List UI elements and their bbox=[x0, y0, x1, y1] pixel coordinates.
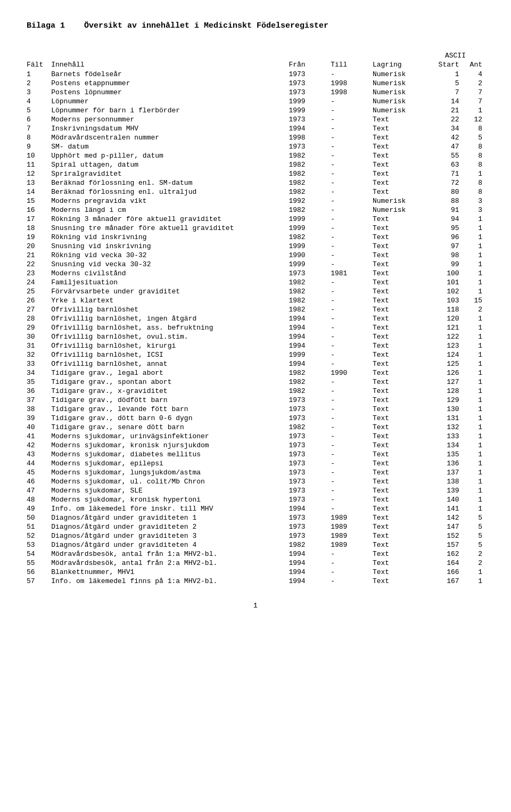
table-row: 29Ofrivillig barnlöshet, ass. befruktnin… bbox=[27, 323, 484, 332]
cell-till: - bbox=[331, 142, 373, 151]
cell-lagring: Text bbox=[373, 278, 428, 287]
cell-innehall: Rökning 3 månader före aktuell gravidite… bbox=[51, 215, 289, 224]
cell-ant: 1 bbox=[464, 486, 484, 495]
cell-ant: 2 bbox=[464, 79, 484, 88]
cell-start: 132 bbox=[428, 423, 464, 432]
table-row: 36Tidigare grav., x-graviditet1982-Text1… bbox=[27, 387, 484, 396]
cell-start: 101 bbox=[428, 278, 464, 287]
cell-innehall: Tidigare grav., dött barn 0-6 dygn bbox=[51, 414, 289, 423]
table-row: 5Löpnummer för barn i flerbörder1999-Num… bbox=[27, 106, 484, 115]
cell-fran: 1973 bbox=[289, 522, 331, 531]
table-row: 12Spriralgraviditet1982-Text711 bbox=[27, 169, 484, 178]
cell-falt: 26 bbox=[27, 296, 51, 305]
cell-falt: 55 bbox=[27, 559, 51, 568]
cell-till: - bbox=[331, 432, 373, 441]
cell-fran: 1982 bbox=[289, 187, 331, 196]
cell-lagring: Numerisk bbox=[373, 196, 428, 206]
cell-fran: 1973 bbox=[289, 441, 331, 450]
table-row: 26Yrke i klartext1982-Text10315 bbox=[27, 296, 484, 305]
cell-innehall: Moderns längd i cm bbox=[51, 206, 289, 215]
cell-fran: 1982 bbox=[289, 151, 331, 160]
cell-lagring: Text bbox=[373, 504, 428, 513]
cell-fran: 1994 bbox=[289, 504, 331, 513]
table-row: 25Förvärvsarbete under graviditet1982-Te… bbox=[27, 287, 484, 296]
table-row: 37Tidigare grav., dödfött barn1973-Text1… bbox=[27, 396, 484, 405]
table-row: 1Barnets födelseår1973-Numerisk14 bbox=[27, 70, 484, 79]
cell-lagring: Text bbox=[373, 522, 428, 531]
cell-innehall: Snusning vid vecka 30-32 bbox=[51, 260, 289, 269]
cell-till: - bbox=[331, 70, 373, 79]
cell-innehall: Moderns civilstånd bbox=[51, 269, 289, 278]
cell-till: - bbox=[331, 115, 373, 124]
table-row: 27Ofrivillig barnlöshet1982-Text1182 bbox=[27, 305, 484, 314]
cell-ant: 1 bbox=[464, 468, 484, 477]
cell-till: - bbox=[331, 187, 373, 196]
cell-fran: 1982 bbox=[289, 540, 331, 549]
cell-innehall: Moderns sjukdomar, diabetes mellitus bbox=[51, 450, 289, 459]
cell-falt: 44 bbox=[27, 459, 51, 468]
cell-falt: 21 bbox=[27, 251, 51, 260]
table-row: 54Mödravårdsbesök, antal från 1:a MHV2-b… bbox=[27, 549, 484, 559]
title-text: Översikt av innehållet i Medicinskt Föde… bbox=[84, 21, 328, 30]
cell-lagring: Text bbox=[373, 242, 428, 251]
th-ant: Ant bbox=[464, 61, 484, 70]
main-table: ASCII Fält Innehåll Från Till Lagring St… bbox=[27, 52, 484, 586]
cell-start: 22 bbox=[428, 115, 464, 124]
cell-falt: 57 bbox=[27, 577, 51, 586]
cell-innehall: Ofrivillig barnlöshet, ass. befruktning bbox=[51, 323, 289, 332]
table-row: 30Ofrivillig barnlöshet, ovul.stim.1994-… bbox=[27, 332, 484, 341]
cell-ant: 8 bbox=[464, 142, 484, 151]
cell-lagring: Text bbox=[373, 269, 428, 278]
cell-start: 126 bbox=[428, 368, 464, 378]
cell-till: 1989 bbox=[331, 522, 373, 531]
cell-fran: 1973 bbox=[289, 468, 331, 477]
cell-till: - bbox=[331, 332, 373, 341]
cell-lagring: Text bbox=[373, 224, 428, 233]
cell-innehall: Ofrivillig barnlöshet, annat bbox=[51, 359, 289, 368]
cell-falt: 12 bbox=[27, 169, 51, 178]
cell-ant: 1 bbox=[464, 242, 484, 251]
cell-fran: 1994 bbox=[289, 549, 331, 559]
cell-ant: 5 bbox=[464, 531, 484, 540]
cell-till: 1998 bbox=[331, 88, 373, 97]
cell-lagring: Text bbox=[373, 260, 428, 269]
cell-ant: 1 bbox=[464, 387, 484, 396]
cell-innehall: Tidigare grav., senare dött barn bbox=[51, 423, 289, 432]
cell-falt: 16 bbox=[27, 206, 51, 215]
table-row: 14Beräknad förlossning enl. ultraljud198… bbox=[27, 187, 484, 196]
cell-start: 96 bbox=[428, 233, 464, 242]
cell-fran: 1982 bbox=[289, 160, 331, 169]
table-row: 43Moderns sjukdomar, diabetes mellitus19… bbox=[27, 450, 484, 459]
table-row: 49Info. om läkemedel före inskr. till MH… bbox=[27, 504, 484, 513]
cell-till: - bbox=[331, 124, 373, 133]
cell-till: - bbox=[331, 441, 373, 450]
cell-innehall: Rökning vid inskrivning bbox=[51, 233, 289, 242]
cell-till: - bbox=[331, 341, 373, 350]
cell-fran: 1982 bbox=[289, 169, 331, 178]
cell-innehall: Diagnos/åtgärd under graviditeten 1 bbox=[51, 513, 289, 522]
cell-falt: 38 bbox=[27, 405, 51, 414]
cell-till: - bbox=[331, 314, 373, 323]
cell-ant: 1 bbox=[464, 577, 484, 586]
cell-lagring: Text bbox=[373, 495, 428, 504]
cell-fran: 1982 bbox=[289, 206, 331, 215]
cell-fran: 1973 bbox=[289, 495, 331, 504]
cell-start: 140 bbox=[428, 495, 464, 504]
table-row: 28Ofrivillig barnlöshet, ingen åtgärd199… bbox=[27, 314, 484, 323]
cell-till: - bbox=[331, 495, 373, 504]
table-row: 39Tidigare grav., dött barn 0-6 dygn1973… bbox=[27, 414, 484, 423]
cell-till: - bbox=[331, 260, 373, 269]
cell-innehall: Beräknad förlossning enl. SM-datum bbox=[51, 178, 289, 187]
cell-ant: 15 bbox=[464, 296, 484, 305]
cell-ant: 1 bbox=[464, 359, 484, 368]
cell-innehall: Info. om läkemedel finns på 1:a MHV2-bl. bbox=[51, 577, 289, 586]
cell-lagring: Text bbox=[373, 423, 428, 432]
cell-fran: 1982 bbox=[289, 368, 331, 378]
cell-lagring: Text bbox=[373, 405, 428, 414]
table-row: 10Upphört med p-piller, datum1982-Text55… bbox=[27, 151, 484, 160]
cell-ant: 1 bbox=[464, 260, 484, 269]
cell-falt: 17 bbox=[27, 215, 51, 224]
cell-lagring: Text bbox=[373, 450, 428, 459]
cell-start: 100 bbox=[428, 269, 464, 278]
cell-falt: 54 bbox=[27, 549, 51, 559]
